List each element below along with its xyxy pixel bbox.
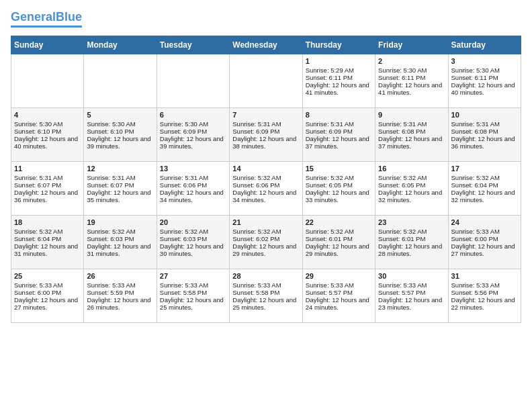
daylight-text: Daylight: 12 hours and 32 minutes. [378, 189, 445, 203]
daylight-text: Daylight: 12 hours and 27 minutes. [451, 242, 518, 257]
day-number: 10 [451, 111, 518, 119]
daylight-text: Daylight: 12 hours and 37 minutes. [378, 135, 445, 150]
sunset-text: Sunset: 6:03 PM [160, 235, 226, 242]
sunset-text: Sunset: 6:04 PM [451, 181, 518, 189]
sunset-text: Sunset: 6:01 PM [378, 235, 445, 242]
day-number: 5 [87, 111, 153, 119]
col-header-saturday: Saturday [448, 36, 521, 54]
week-row-4: 18Sunrise: 5:32 AMSunset: 6:04 PMDayligh… [11, 215, 521, 269]
sunrise-text: Sunrise: 5:32 AM [232, 174, 299, 181]
day-cell: 22Sunrise: 5:32 AMSunset: 6:01 PMDayligh… [302, 215, 375, 269]
daylight-text: Daylight: 12 hours and 29 minutes. [306, 242, 372, 257]
daylight-text: Daylight: 12 hours and 32 minutes. [451, 189, 518, 203]
week-row-2: 4Sunrise: 5:30 AMSunset: 6:10 PMDaylight… [11, 107, 521, 161]
daylight-text: Daylight: 12 hours and 25 minutes. [232, 296, 299, 311]
sunrise-text: Sunrise: 5:29 AM [306, 66, 372, 74]
day-cell: 1Sunrise: 5:29 AMSunset: 6:11 PMDaylight… [302, 54, 375, 107]
daylight-text: Daylight: 12 hours and 27 minutes. [14, 296, 81, 311]
sunrise-text: Sunrise: 5:33 AM [451, 228, 518, 235]
daylight-text: Daylight: 12 hours and 36 minutes. [451, 135, 518, 150]
day-cell: 28Sunrise: 5:33 AMSunset: 5:58 PMDayligh… [230, 269, 302, 322]
day-number: 31 [451, 272, 518, 280]
day-cell: 11Sunrise: 5:31 AMSunset: 6:07 PMDayligh… [11, 161, 84, 215]
logo-underline [11, 26, 82, 28]
week-row-5: 25Sunrise: 5:33 AMSunset: 6:00 PMDayligh… [11, 269, 521, 322]
day-cell: 16Sunrise: 5:32 AMSunset: 6:05 PMDayligh… [375, 161, 448, 215]
sunset-text: Sunset: 6:00 PM [14, 289, 81, 296]
sunrise-text: Sunrise: 5:32 AM [378, 174, 445, 181]
sunrise-text: Sunrise: 5:32 AM [160, 228, 226, 235]
sunset-text: Sunset: 6:11 PM [378, 74, 445, 81]
day-cell: 6Sunrise: 5:30 AMSunset: 6:09 PMDaylight… [157, 107, 229, 161]
sunset-text: Sunset: 6:05 PM [378, 181, 445, 189]
daylight-text: Daylight: 12 hours and 24 minutes. [306, 296, 372, 311]
calendar-table: SundayMondayTuesdayWednesdayThursdayFrid… [11, 36, 521, 323]
sunrise-text: Sunrise: 5:31 AM [160, 174, 226, 181]
daylight-text: Daylight: 12 hours and 31 minutes. [87, 242, 153, 257]
day-number: 30 [378, 272, 445, 280]
sunset-text: Sunset: 5:56 PM [451, 289, 518, 296]
sunset-text: Sunset: 6:09 PM [160, 128, 226, 135]
sunrise-text: Sunrise: 5:30 AM [87, 120, 153, 128]
week-row-1: 1Sunrise: 5:29 AMSunset: 6:11 PMDaylight… [11, 54, 521, 107]
sunset-text: Sunset: 6:00 PM [451, 235, 518, 242]
sunrise-text: Sunrise: 5:30 AM [160, 120, 226, 128]
day-cell: 4Sunrise: 5:30 AMSunset: 6:10 PMDaylight… [11, 107, 84, 161]
sunset-text: Sunset: 5:58 PM [160, 289, 226, 296]
col-header-thursday: Thursday [302, 36, 375, 54]
sunset-text: Sunset: 6:10 PM [87, 128, 153, 135]
sunrise-text: Sunrise: 5:33 AM [14, 281, 81, 289]
daylight-text: Daylight: 12 hours and 40 minutes. [451, 81, 518, 96]
day-number: 23 [378, 218, 445, 226]
day-cell [230, 54, 302, 107]
day-cell: 29Sunrise: 5:33 AMSunset: 5:57 PMDayligh… [302, 269, 375, 322]
day-cell: 31Sunrise: 5:33 AMSunset: 5:56 PMDayligh… [448, 269, 521, 322]
sunrise-text: Sunrise: 5:31 AM [14, 174, 81, 181]
sunrise-text: Sunrise: 5:33 AM [232, 281, 299, 289]
col-header-sunday: Sunday [11, 36, 84, 54]
daylight-text: Daylight: 12 hours and 39 minutes. [160, 135, 226, 150]
col-header-friday: Friday [375, 36, 448, 54]
day-cell: 20Sunrise: 5:32 AMSunset: 6:03 PMDayligh… [157, 215, 229, 269]
sunrise-text: Sunrise: 5:32 AM [87, 228, 153, 235]
sunset-text: Sunset: 6:11 PM [451, 74, 518, 81]
daylight-text: Daylight: 12 hours and 26 minutes. [87, 296, 153, 311]
sunrise-text: Sunrise: 5:33 AM [160, 281, 226, 289]
day-cell: 10Sunrise: 5:31 AMSunset: 6:08 PMDayligh… [448, 107, 521, 161]
daylight-text: Daylight: 12 hours and 37 minutes. [306, 135, 372, 150]
sunrise-text: Sunrise: 5:31 AM [306, 120, 372, 128]
day-number: 9 [378, 111, 445, 119]
day-number: 28 [232, 272, 299, 280]
col-header-monday: Monday [84, 36, 157, 54]
daylight-text: Daylight: 12 hours and 36 minutes. [14, 189, 81, 203]
sunrise-text: Sunrise: 5:31 AM [87, 174, 153, 181]
logo-blue: Blue [56, 10, 82, 24]
sunrise-text: Sunrise: 5:32 AM [14, 228, 81, 235]
week-row-3: 11Sunrise: 5:31 AMSunset: 6:07 PMDayligh… [11, 161, 521, 215]
day-number: 26 [87, 272, 153, 280]
sunset-text: Sunset: 6:08 PM [378, 128, 445, 135]
day-number: 25 [14, 272, 81, 280]
daylight-text: Daylight: 12 hours and 22 minutes. [451, 296, 518, 311]
daylight-text: Daylight: 12 hours and 28 minutes. [378, 242, 445, 257]
sunrise-text: Sunrise: 5:31 AM [378, 120, 445, 128]
sunrise-text: Sunrise: 5:30 AM [451, 66, 518, 74]
sunrise-text: Sunrise: 5:32 AM [306, 174, 372, 181]
col-header-wednesday: Wednesday [230, 36, 302, 54]
sunset-text: Sunset: 6:06 PM [232, 181, 299, 189]
sunset-text: Sunset: 5:57 PM [306, 289, 372, 296]
page-header: GeneralBlue [11, 11, 521, 28]
sunrise-text: Sunrise: 5:30 AM [14, 120, 81, 128]
day-number: 27 [160, 272, 226, 280]
day-number: 20 [160, 218, 226, 226]
logo: GeneralBlue [11, 11, 82, 28]
daylight-text: Daylight: 12 hours and 31 minutes. [14, 242, 81, 257]
day-number: 4 [14, 111, 81, 119]
sunrise-text: Sunrise: 5:31 AM [451, 120, 518, 128]
day-number: 13 [160, 165, 226, 173]
daylight-text: Daylight: 12 hours and 33 minutes. [306, 189, 372, 203]
daylight-text: Daylight: 12 hours and 34 minutes. [160, 189, 226, 203]
sunrise-text: Sunrise: 5:33 AM [451, 281, 518, 289]
day-number: 14 [232, 165, 299, 173]
daylight-text: Daylight: 12 hours and 40 minutes. [14, 135, 81, 150]
